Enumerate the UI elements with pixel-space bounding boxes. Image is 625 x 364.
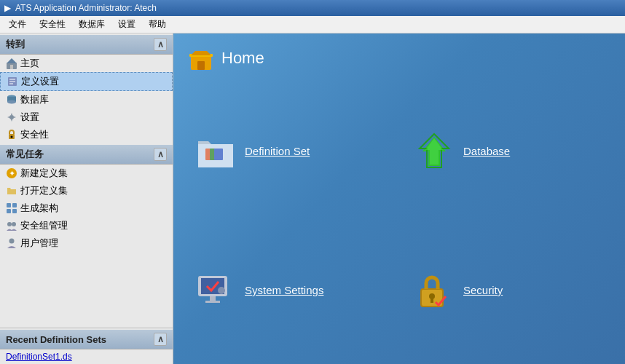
svg-point-9 — [7, 100, 16, 104]
open-def-label: 打开定义集 — [20, 184, 68, 197]
tile-definition-set[interactable]: Definition Set — [188, 89, 392, 213]
svg-rect-2 — [10, 65, 13, 69]
sidebar-item-home[interactable]: 主页 — [0, 55, 173, 72]
recent-section: Recent Definition Sets ∧ DefinitionSet1.… — [0, 328, 173, 364]
gen-framework-label: 生成架构 — [20, 202, 58, 215]
tile-database[interactable]: Database — [406, 89, 610, 213]
tasks-section-collapse[interactable]: ∧ — [154, 148, 167, 161]
nav-section-collapse[interactable]: ∧ — [154, 38, 167, 51]
sidebar-item-gen-framework[interactable]: 生成架构 — [0, 199, 173, 217]
content-header: Home — [188, 45, 610, 71]
definition-label: 定义设置 — [21, 75, 59, 88]
system-settings-icon — [195, 270, 236, 311]
tasks-section-label: 常见任务 — [6, 148, 44, 161]
recent-section-header: Recent Definition Sets ∧ — [0, 330, 173, 349]
sidebar: 转到 ∧ 主页 定义设置 数据库 设置 — [0, 33, 173, 364]
main-layout: 转到 ∧ 主页 定义设置 数据库 设置 — [0, 33, 625, 364]
svg-point-19 — [7, 222, 12, 226]
nav-section-header: 转到 ∧ — [0, 35, 173, 55]
sidebar-item-open-def[interactable]: 打开定义集 — [0, 182, 173, 199]
open-def-icon — [6, 185, 17, 197]
gen-framework-icon — [6, 202, 17, 214]
definition-icon — [7, 76, 18, 87]
app-icon: ▶ — [4, 3, 11, 13]
svg-rect-17 — [7, 209, 11, 213]
svg-point-12 — [11, 136, 13, 138]
sidebar-item-security-group[interactable]: 安全组管理 — [0, 217, 173, 234]
svg-rect-24 — [197, 61, 205, 70]
security-label: Security — [463, 284, 503, 296]
tile-security[interactable]: Security — [406, 228, 610, 352]
sidebar-item-settings[interactable]: 设置 — [0, 108, 173, 126]
settings-label: 设置 — [20, 111, 39, 124]
system-settings-label: System Settings — [245, 284, 323, 296]
menu-file[interactable]: 文件 — [3, 17, 32, 32]
database-label: Database — [463, 145, 510, 157]
svg-text:✦: ✦ — [9, 169, 15, 178]
menu-security[interactable]: 安全性 — [34, 17, 71, 32]
recent-item-1[interactable]: DefinitionSet1.ds — [0, 349, 173, 364]
sidebar-item-new-def[interactable]: ✦ 新建定义集 — [0, 165, 173, 182]
title-bar: ▶ ATS Application Administrator: Atech — [0, 0, 625, 16]
title-text: ATS Application Administrator: Atech — [15, 3, 157, 13]
menu-database[interactable]: 数据库 — [73, 17, 111, 32]
home-large-icon — [188, 45, 214, 71]
svg-point-35 — [218, 287, 225, 294]
database-tile-icon — [414, 131, 455, 172]
security-tile-icon — [414, 270, 455, 311]
settings-icon — [6, 111, 17, 123]
tasks-section-header: 常见任务 ∧ — [0, 145, 173, 165]
nav-section-label: 转到 — [6, 38, 25, 51]
svg-rect-18 — [12, 209, 17, 213]
home-icon — [6, 58, 17, 69]
sidebar-item-definition[interactable]: 定义设置 — [0, 72, 173, 91]
database-nav-label: 数据库 — [20, 93, 49, 106]
content-area: Home Definition Set — [173, 33, 625, 364]
sidebar-item-security[interactable]: 安全性 — [0, 126, 173, 143]
svg-point-10 — [9, 115, 14, 119]
sidebar-item-database[interactable]: 数据库 — [0, 91, 173, 108]
menu-bar: 文件 安全性 数据库 设置 帮助 — [0, 16, 625, 33]
security-group-label: 安全组管理 — [20, 219, 68, 232]
svg-rect-33 — [210, 296, 216, 301]
svg-point-20 — [12, 222, 16, 226]
menu-settings[interactable]: 设置 — [112, 17, 141, 32]
security-group-icon — [6, 220, 17, 232]
svg-rect-16 — [12, 203, 17, 207]
recent-section-collapse[interactable]: ∧ — [154, 333, 167, 346]
user-mgmt-label: 用户管理 — [20, 237, 58, 250]
svg-rect-27 — [214, 149, 223, 160]
svg-marker-1 — [7, 58, 17, 63]
new-def-label: 新建定义集 — [20, 167, 68, 180]
database-nav-icon — [6, 94, 17, 106]
menu-help[interactable]: 帮助 — [143, 17, 172, 32]
svg-point-21 — [9, 239, 15, 244]
tiles-grid: Definition Set Database — [188, 89, 610, 352]
new-def-icon: ✦ — [6, 167, 17, 179]
page-title: Home — [221, 49, 264, 68]
svg-rect-15 — [7, 203, 11, 207]
definition-set-label: Definition Set — [245, 145, 310, 157]
svg-rect-34 — [205, 301, 220, 303]
sidebar-item-user-mgmt[interactable]: 用户管理 — [0, 234, 173, 252]
definition-set-icon — [195, 131, 236, 172]
recent-section-label: Recent Definition Sets — [6, 334, 106, 345]
user-mgmt-icon — [6, 237, 17, 249]
home-label: 主页 — [20, 57, 39, 70]
tile-system-settings[interactable]: System Settings — [188, 228, 392, 352]
security-label: 安全性 — [20, 128, 49, 141]
security-nav-icon — [6, 129, 17, 141]
svg-rect-39 — [431, 298, 433, 303]
